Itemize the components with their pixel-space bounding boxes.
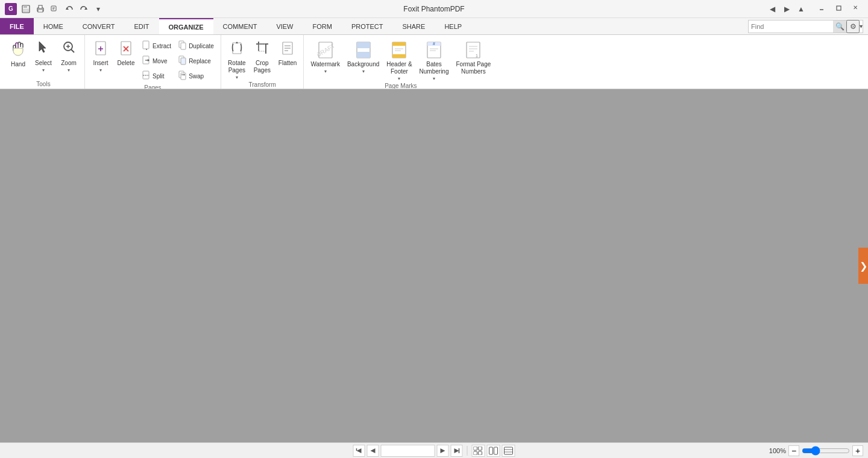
svg-rect-79 xyxy=(489,447,493,454)
tab-view[interactable]: VIEW xyxy=(266,18,303,34)
svg-rect-81 xyxy=(505,447,513,454)
tab-home[interactable]: HOME xyxy=(34,18,73,34)
extract-icon xyxy=(142,40,151,51)
nav-up-button[interactable]: ▲ xyxy=(794,2,808,16)
hand-button[interactable]: Hand xyxy=(6,37,30,70)
header-footer-dropdown-arrow[interactable]: ▾ xyxy=(398,76,400,81)
svg-rect-53 xyxy=(357,52,370,58)
svg-marker-13 xyxy=(39,42,46,52)
search-settings-button[interactable]: ⚙ xyxy=(846,20,860,33)
zoom-dropdown-arrow[interactable]: ▾ xyxy=(68,67,70,73)
redo-button[interactable] xyxy=(77,2,90,16)
svg-rect-77 xyxy=(474,451,477,455)
duplicate-button[interactable]: Duplicate xyxy=(175,39,217,53)
header-footer-button[interactable]: Header &Footer xyxy=(383,37,415,76)
tab-help[interactable]: HELP xyxy=(435,18,471,34)
select-dropdown-arrow[interactable]: ▾ xyxy=(42,67,45,73)
tools-group-label: Tools xyxy=(6,80,81,87)
tab-share[interactable]: SHARE xyxy=(392,18,435,34)
background-dropdown-arrow[interactable]: ▾ xyxy=(362,69,365,74)
flatten-icon xyxy=(280,40,295,58)
svg-text:#: # xyxy=(433,42,435,46)
move-icon xyxy=(142,55,151,66)
search-button[interactable]: 🔍 xyxy=(833,20,846,33)
nav-layout-button[interactable] xyxy=(487,445,500,457)
flatten-button[interactable]: Flatten xyxy=(275,37,300,69)
watermark-button[interactable]: DRAFT Watermark xyxy=(307,37,343,69)
maximize-button[interactable] xyxy=(831,2,846,13)
replace-button[interactable]: Replace xyxy=(175,54,217,68)
svg-marker-72 xyxy=(441,448,445,453)
duplicate-icon xyxy=(178,40,187,51)
nav-back-button[interactable]: ◀ xyxy=(766,2,779,16)
nav-first-button[interactable] xyxy=(353,445,365,457)
delete-icon xyxy=(119,40,133,58)
hand-label: Hand xyxy=(11,61,25,68)
navigation-controls xyxy=(353,445,515,457)
page-number-input[interactable] xyxy=(381,445,435,457)
swap-button[interactable]: Swap xyxy=(175,69,217,83)
insert-dropdown-arrow[interactable]: ▾ xyxy=(99,67,102,73)
nav-forward-button[interactable]: ▶ xyxy=(780,2,793,16)
select-button[interactable]: Select xyxy=(31,37,55,67)
qa-dropdown-button[interactable]: ▾ xyxy=(92,2,105,16)
rotate-dropdown-arrow[interactable]: ▾ xyxy=(236,75,238,80)
save-button[interactable] xyxy=(19,2,33,16)
insert-button[interactable]: Insert xyxy=(89,37,113,67)
rotate-pages-button[interactable]: RotatePages xyxy=(225,37,249,75)
tab-organize[interactable]: ORGANIZE xyxy=(159,18,213,34)
nav-last-button[interactable] xyxy=(451,445,463,457)
svg-rect-42 xyxy=(259,44,266,51)
zoom-controls: 100% − + xyxy=(764,445,863,456)
zoom-button[interactable]: Zoom xyxy=(57,37,81,67)
background-button[interactable]: Background xyxy=(344,37,382,69)
transform-group-label: Transform xyxy=(225,80,300,88)
print-button[interactable] xyxy=(34,2,47,16)
svg-marker-70 xyxy=(357,448,362,453)
split-button[interactable]: Split xyxy=(139,69,174,83)
delete-button[interactable]: Delete xyxy=(114,37,138,69)
svg-text:1: 1 xyxy=(476,54,478,58)
svg-rect-32 xyxy=(181,43,186,49)
undo-button[interactable] xyxy=(63,2,76,16)
watermark-icon: DRAFT xyxy=(317,40,334,60)
svg-rect-4 xyxy=(39,5,42,8)
zoom-out-button[interactable]: − xyxy=(788,445,799,456)
svg-rect-52 xyxy=(357,42,370,48)
tab-convert[interactable]: CONVERT xyxy=(73,18,125,34)
svg-marker-71 xyxy=(371,448,376,453)
zoom-in-button[interactable]: + xyxy=(852,445,863,456)
svg-line-15 xyxy=(71,49,74,52)
tab-comment[interactable]: COMMENT xyxy=(213,18,267,34)
bates-numbering-button[interactable]: # BatesNumbering xyxy=(417,37,452,76)
tab-protect[interactable]: PROTECT xyxy=(342,18,393,34)
tab-file[interactable]: FILE xyxy=(0,18,34,34)
svg-rect-36 xyxy=(181,73,186,80)
format-page-numbers-icon: 1 xyxy=(465,40,482,60)
side-panel-tab[interactable]: ❯ xyxy=(858,248,868,284)
main-content: ❯ xyxy=(0,89,868,442)
zoom-level-label: 100% xyxy=(764,447,786,454)
svg-rect-5 xyxy=(38,10,43,12)
close-button[interactable]: ✕ xyxy=(848,2,863,13)
svg-rect-76 xyxy=(479,447,482,450)
bates-dropdown-arrow[interactable]: ▾ xyxy=(433,76,435,81)
page-thumbnail-button[interactable] xyxy=(472,445,485,457)
tab-edit[interactable]: EDIT xyxy=(124,18,159,34)
zoom-slider[interactable] xyxy=(802,447,850,455)
minimize-button[interactable] xyxy=(814,2,829,13)
ribbon-group-pages: Insert ▾ Delete xyxy=(85,35,221,89)
undo-history-button[interactable] xyxy=(48,2,61,16)
move-button[interactable]: Move xyxy=(139,54,174,68)
tab-form[interactable]: FORM xyxy=(303,18,342,34)
crop-pages-icon xyxy=(255,40,269,58)
search-input[interactable] xyxy=(749,20,833,33)
nav-next-button[interactable] xyxy=(437,445,449,457)
nav-prev-button[interactable] xyxy=(367,445,379,457)
watermark-dropdown-arrow[interactable]: ▾ xyxy=(324,69,327,74)
crop-pages-button[interactable]: CropPages xyxy=(250,37,274,76)
page-marks-group-label: Page Marks xyxy=(307,81,494,89)
format-page-numbers-button[interactable]: 1 Format PageNumbers xyxy=(453,37,494,77)
extract-button[interactable]: Extract xyxy=(139,39,174,53)
nav-scroll-button[interactable] xyxy=(502,445,515,457)
